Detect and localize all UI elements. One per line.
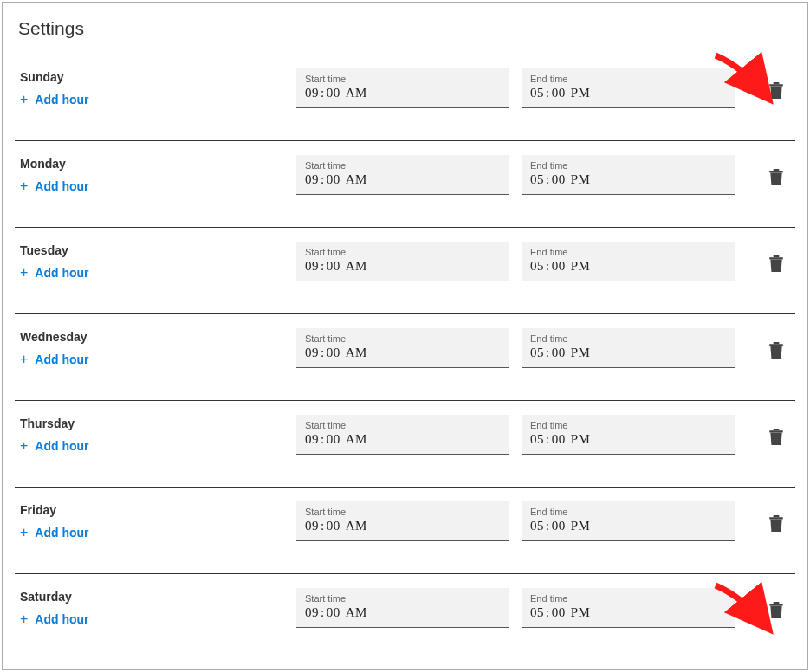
- settings-panel: Settings Sunday + Add hour Start time 09…: [2, 2, 808, 670]
- trash-icon[interactable]: [769, 342, 783, 363]
- end-time-field[interactable]: End time 05:00PM: [522, 155, 735, 195]
- trash-icon[interactable]: [769, 429, 783, 449]
- day-row: Sunday + Add hour Start time 09:00AM End…: [15, 55, 795, 141]
- day-name-label: Wednesday: [20, 330, 296, 344]
- plus-icon: +: [20, 526, 28, 540]
- delete-cell: [747, 420, 788, 449]
- day-row: Thursday + Add hour Start time 09:00AM E…: [15, 401, 795, 488]
- add-hour-label: Add hour: [35, 612, 88, 626]
- end-time-label: End time: [530, 333, 726, 344]
- plus-icon: +: [20, 612, 28, 626]
- start-time-label: Start time: [305, 160, 501, 171]
- day-row: Wednesday + Add hour Start time 09:00AM …: [15, 314, 795, 401]
- add-hour-label: Add hour: [35, 526, 88, 540]
- trash-icon[interactable]: [769, 515, 783, 536]
- start-time-value: 09:00AM: [305, 346, 501, 360]
- add-hour-button[interactable]: + Add hour: [20, 179, 296, 193]
- start-time-value: 09:00AM: [305, 519, 501, 533]
- start-time-label: Start time: [305, 593, 501, 604]
- time-slot: Start time 09:00AM End time 05:00PM: [296, 413, 795, 455]
- day-row: Saturday + Add hour Start time 09:00AM E…: [15, 574, 795, 661]
- start-time-field[interactable]: Start time 09:00AM: [296, 328, 509, 368]
- end-time-label: End time: [530, 74, 726, 84]
- plus-icon: +: [20, 266, 28, 280]
- day-name-label: Sunday: [20, 70, 296, 84]
- days-list: Sunday + Add hour Start time 09:00AM End…: [15, 55, 795, 661]
- time-slot: Start time 09:00AM End time 05:00PM: [296, 240, 795, 281]
- day-header: Tuesday + Add hour: [15, 240, 296, 280]
- end-time-field[interactable]: End time 05:00PM: [522, 328, 735, 368]
- end-time-field[interactable]: End time 05:00PM: [522, 415, 735, 455]
- add-hour-label: Add hour: [35, 93, 88, 107]
- day-row: Monday + Add hour Start time 09:00AM End…: [15, 141, 795, 228]
- time-slot: Start time 09:00AM End time 05:00PM: [296, 500, 795, 541]
- trash-icon[interactable]: [769, 82, 783, 103]
- delete-cell: [747, 247, 788, 276]
- end-time-field[interactable]: End time 05:00PM: [522, 588, 735, 628]
- day-name-label: Friday: [20, 503, 296, 517]
- start-time-field[interactable]: Start time 09:00AM: [296, 501, 509, 541]
- day-header: Friday + Add hour: [15, 500, 296, 540]
- day-name-label: Thursday: [20, 417, 296, 430]
- end-time-label: End time: [530, 160, 726, 171]
- delete-cell: [747, 593, 788, 623]
- end-time-label: End time: [530, 593, 726, 604]
- add-hour-button[interactable]: + Add hour: [20, 526, 296, 540]
- add-hour-label: Add hour: [35, 266, 88, 280]
- start-time-value: 09:00AM: [305, 172, 501, 187]
- delete-cell: [747, 507, 788, 536]
- start-time-label: Start time: [305, 247, 501, 257]
- delete-cell: [747, 333, 788, 363]
- end-time-value: 05:00PM: [530, 519, 726, 533]
- start-time-field[interactable]: Start time 09:00AM: [296, 415, 509, 455]
- end-time-value: 05:00PM: [530, 86, 726, 100]
- end-time-value: 05:00PM: [530, 259, 726, 274]
- day-name-label: Monday: [20, 157, 296, 171]
- trash-icon[interactable]: [769, 255, 783, 276]
- end-time-field[interactable]: End time 05:00PM: [522, 68, 735, 108]
- end-time-field[interactable]: End time 05:00PM: [522, 242, 735, 281]
- end-time-field[interactable]: End time 05:00PM: [522, 501, 735, 541]
- time-slot: Start time 09:00AM End time 05:00PM: [296, 586, 795, 628]
- end-time-label: End time: [530, 247, 726, 257]
- time-slot: Start time 09:00AM End time 05:00PM: [296, 153, 795, 195]
- delete-cell: [747, 160, 788, 190]
- trash-icon[interactable]: [769, 169, 783, 190]
- add-hour-button[interactable]: + Add hour: [20, 439, 296, 453]
- start-time-value: 09:00AM: [305, 259, 501, 274]
- day-header: Wednesday + Add hour: [15, 326, 296, 366]
- start-time-value: 09:00AM: [305, 86, 501, 100]
- plus-icon: +: [20, 179, 28, 193]
- time-slot: Start time 09:00AM End time 05:00PM: [296, 326, 795, 368]
- add-hour-button[interactable]: + Add hour: [20, 612, 296, 626]
- start-time-label: Start time: [305, 420, 501, 430]
- start-time-field[interactable]: Start time 09:00AM: [296, 155, 509, 195]
- start-time-field[interactable]: Start time 09:00AM: [296, 588, 509, 628]
- delete-cell: [747, 74, 788, 103]
- plus-icon: +: [20, 439, 28, 453]
- day-header: Sunday + Add hour: [15, 67, 296, 107]
- day-header: Thursday + Add hour: [15, 413, 296, 453]
- day-row: Friday + Add hour Start time 09:00AM End…: [15, 488, 795, 574]
- add-hour-button[interactable]: + Add hour: [20, 93, 296, 107]
- add-hour-button[interactable]: + Add hour: [20, 352, 296, 366]
- plus-icon: +: [20, 93, 28, 107]
- day-header: Monday + Add hour: [15, 153, 296, 193]
- add-hour-label: Add hour: [35, 352, 88, 366]
- end-time-value: 05:00PM: [530, 605, 726, 620]
- end-time-value: 05:00PM: [530, 172, 726, 187]
- trash-icon[interactable]: [769, 602, 783, 623]
- start-time-field[interactable]: Start time 09:00AM: [296, 68, 509, 108]
- end-time-value: 05:00PM: [530, 432, 726, 447]
- add-hour-button[interactable]: + Add hour: [20, 266, 296, 280]
- start-time-value: 09:00AM: [305, 605, 501, 620]
- plus-icon: +: [20, 352, 28, 366]
- add-hour-label: Add hour: [35, 439, 88, 453]
- end-time-label: End time: [530, 420, 726, 430]
- start-time-label: Start time: [305, 74, 501, 84]
- day-name-label: Tuesday: [20, 243, 296, 257]
- start-time-label: Start time: [305, 507, 501, 517]
- start-time-field[interactable]: Start time 09:00AM: [296, 242, 509, 281]
- start-time-value: 09:00AM: [305, 432, 501, 447]
- start-time-label: Start time: [305, 333, 501, 344]
